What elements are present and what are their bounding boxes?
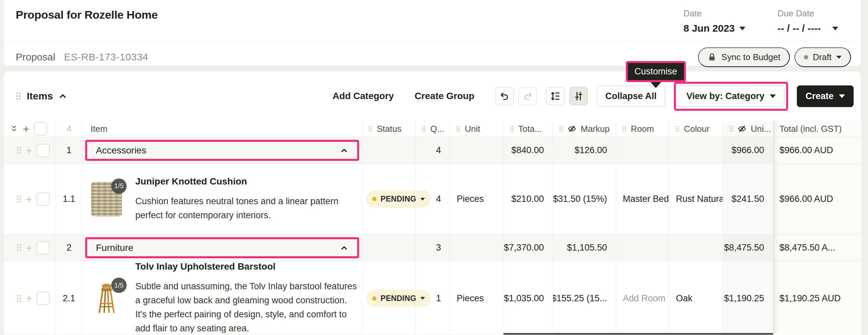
column-header-total-gst: Total (incl. GST) [773,121,862,137]
create-button[interactable]: Create [797,86,854,107]
row-checkbox[interactable] [36,193,50,206]
partial-next-row-selection [503,333,773,335]
cell-unit[interactable]: Pieces [450,261,503,335]
add-row-icon[interactable]: + [26,145,32,156]
drag-handle-icon[interactable] [17,146,22,154]
table-row-item-barstool: + 2.1 [4,261,861,335]
cell-markup[interactable]: $31.50 (15%) [553,164,616,234]
date-group: Date 8 Jun 2023 Due Date -- / -- / ---- [684,8,848,34]
row-checkbox[interactable] [36,241,50,255]
column-header-unit[interactable]: Unit [450,121,503,137]
status-dot-icon [804,55,808,59]
drag-handle-icon[interactable] [17,244,22,252]
cell-total[interactable]: $210.00 [503,164,553,234]
cell-total[interactable]: $1,035.00 [503,261,553,335]
column-header-item[interactable]: Item [83,121,362,137]
column-header-qty[interactable]: Q... [415,121,450,137]
page-title: Proposal for Rozelle Home [16,8,158,21]
customise-tooltip-label: Customise [626,61,686,82]
undo-button[interactable] [495,87,514,105]
row-height-button[interactable] [546,87,565,105]
cell-status [362,137,415,164]
cell-unit-price: $8,475.50 [723,235,773,261]
column-header-markup[interactable]: Markup [553,121,616,137]
category-name-box[interactable]: Accessories [85,140,359,161]
product-thumbnail[interactable]: 1/5 [91,281,122,316]
item-description[interactable]: Cushion features neutral tones and a lin… [135,194,359,222]
cell-qty[interactable]: 1 [415,261,450,335]
eye-off-icon [568,125,576,133]
chevron-up-icon[interactable] [340,146,348,155]
cell-colour[interactable]: Oak [669,261,723,335]
cell-markup: $1,105.50 [553,235,616,261]
row-checkbox[interactable] [36,144,50,157]
proposal-page: Proposal for Rozelle Home Date 8 Jun 202… [0,0,868,335]
column-header-room[interactable]: Room [616,121,669,137]
cell-total-gst: $966.00 AUD [773,137,862,164]
cell-unit[interactable]: Pieces [450,164,503,234]
cell-unit-price[interactable]: $1,190.25 [723,261,773,335]
cell-qty[interactable]: 4 [415,164,450,234]
cell-unit [450,137,503,164]
cell-status: PENDING [362,261,415,335]
row-number: 2 [56,235,83,261]
item-name[interactable]: Juniper Knotted Cushion [135,176,359,187]
image-count-badge: 1/5 [111,178,127,194]
drag-handle-icon [368,126,373,132]
sync-to-budget-button[interactable]: Sync to Budget [698,47,789,67]
chevron-up-icon[interactable] [340,243,348,252]
table-row-category-accessories: + 1 Accessories 4 $840.00 $126.00 $966.0… [4,137,861,164]
item-name[interactable]: Tolv Inlay Upholstered Barstool [135,261,359,272]
add-row-icon[interactable]: + [23,123,29,134]
drag-handle-icon[interactable] [17,195,22,203]
date-dropdown[interactable]: 8 Jun 2023 [684,23,745,34]
cell-unit-price[interactable]: $241.50 [723,164,773,234]
product-thumbnail[interactable]: 1/5 [91,182,122,216]
customise-columns-button[interactable] [569,87,588,105]
row-number: 1 [56,137,83,164]
due-date-label: Due Date [777,8,838,19]
collapse-all-button[interactable]: Collapse All [597,86,665,107]
redo-button[interactable] [519,87,537,105]
status-dropdown[interactable]: Draft [795,47,851,67]
cell-unit [450,235,503,261]
column-header-count: 4 [56,121,83,137]
cell-markup: $126.00 [553,137,616,164]
add-row-icon[interactable]: + [26,194,32,205]
cell-status [362,235,415,261]
sliders-icon [574,91,584,101]
item-description[interactable]: Subtle and unassuming, the Tolv Inlay ba… [135,279,359,335]
select-all-checkbox[interactable] [34,122,47,135]
add-category-button[interactable]: Add Category [333,91,394,101]
column-header-unit-price[interactable]: Uni... [723,121,773,137]
cell-room[interactable]: Master Bed... [616,164,669,234]
table-row-item-cushion: + 1.1 1/5 Juniper Knotted Cushion Cushio… [4,164,861,235]
category-name-box[interactable]: Furniture [85,237,359,258]
cell-room-add[interactable]: Add Room [616,261,669,335]
undo-icon [499,91,509,101]
drag-handle-icon[interactable] [17,295,22,302]
row-height-icon [550,91,560,101]
column-header-total[interactable]: Tota... [503,121,553,137]
add-row-icon[interactable]: + [26,242,32,254]
column-header-status[interactable]: Status [362,121,415,137]
expand-all-icon[interactable] [10,125,19,133]
drag-handle-icon[interactable] [16,92,21,100]
view-by-dropdown[interactable]: View by: Category [678,86,784,107]
row-checkbox[interactable] [36,292,50,305]
cell-status: PENDING [362,164,415,234]
collapse-section-chevron[interactable] [58,92,67,101]
category-name: Accessories [96,145,146,156]
drag-handle-icon [622,126,626,132]
add-row-icon[interactable]: + [26,293,32,304]
row-number: 1.1 [56,164,83,234]
create-group-button[interactable]: Create Group [414,91,474,101]
cell-markup[interactable]: $155.25 (15... [553,261,616,335]
cell-colour[interactable]: Rust Natural [669,164,723,234]
table-row-category-furniture: + 2 Furniture 3 $7,370.00 $1,105.50 $8,4… [4,235,861,261]
column-header-colour[interactable]: Colour [669,121,723,137]
cell-total-gst: $966.00 AUD [773,164,862,234]
cell-qty: 4 [415,137,450,164]
drag-handle-icon [456,126,460,132]
due-date-dropdown[interactable]: -- / -- / ---- [777,23,838,34]
